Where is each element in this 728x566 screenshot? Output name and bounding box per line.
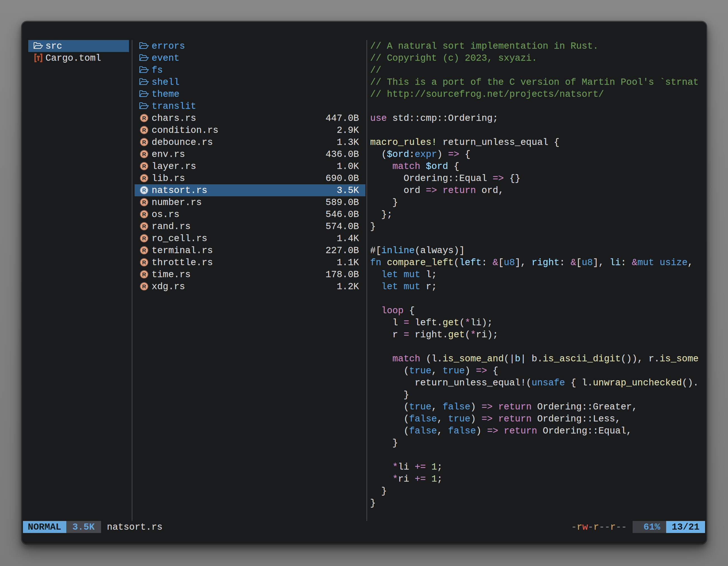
svg-text:R: R bbox=[142, 200, 146, 205]
svg-text:R: R bbox=[142, 151, 146, 157]
svg-text:R: R bbox=[142, 163, 146, 169]
svg-text:R: R bbox=[142, 127, 146, 133]
svg-text:R: R bbox=[142, 115, 146, 121]
svg-text:R: R bbox=[142, 236, 146, 241]
svg-text:R: R bbox=[142, 212, 146, 217]
svg-text:R: R bbox=[142, 283, 146, 289]
svg-text:R: R bbox=[142, 224, 146, 229]
svg-text:R: R bbox=[142, 175, 146, 181]
svg-text:R: R bbox=[142, 187, 146, 193]
svg-text:R: R bbox=[142, 248, 146, 254]
svg-text:R: R bbox=[142, 139, 146, 145]
svg-text:R: R bbox=[142, 260, 146, 266]
svg-text:R: R bbox=[142, 272, 146, 278]
